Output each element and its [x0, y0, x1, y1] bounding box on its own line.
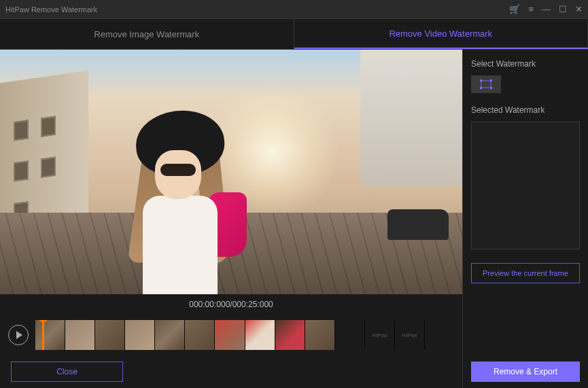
timeline-thumb [425, 320, 454, 350]
menu-icon[interactable]: ≡ [528, 4, 534, 14]
selection-tool-button[interactable] [471, 75, 501, 93]
timeline-thumb: HitPaw [365, 320, 394, 350]
timeline-thumb [95, 320, 124, 350]
svg-rect-0 [481, 81, 491, 88]
video-panel: 000:00:000 / 000:25:000 HitPaw HitPa [0, 50, 463, 388]
timeline[interactable]: HitPaw HitPaw [35, 320, 454, 350]
bottom-button-row: Close [0, 355, 462, 388]
time-display: 000:00:000 / 000:25:000 [0, 294, 462, 315]
timeline-thumb [215, 320, 244, 350]
close-button[interactable]: Close [11, 361, 123, 382]
play-button[interactable] [8, 325, 29, 345]
selection-rect-icon [480, 80, 492, 89]
playhead[interactable] [42, 320, 44, 350]
maximize-icon[interactable]: ☐ [559, 4, 567, 14]
minimize-icon[interactable]: — [542, 4, 551, 14]
tab-video-watermark[interactable]: Remove Video Watermark [294, 19, 589, 49]
timeline-thumb [245, 320, 275, 350]
preview-frame-button[interactable]: Preview the current frame [471, 263, 580, 283]
remove-export-button[interactable]: Remove & Export [471, 361, 580, 382]
select-watermark-label: Select Watermark [471, 59, 580, 69]
timeline-thumb [155, 320, 184, 350]
cart-icon[interactable]: 🛒 [509, 4, 520, 14]
main-content: 000:00:000 / 000:25:000 HitPaw HitPa [0, 50, 588, 388]
total-time: 000:25:000 [232, 300, 273, 309]
play-icon [16, 331, 22, 339]
selected-watermark-list [471, 122, 580, 249]
timeline-thumb [65, 320, 94, 350]
timeline-thumb [305, 320, 334, 350]
main-tabs: Remove Image Watermark Remove Video Wate… [0, 19, 588, 50]
export-row: Remove & Export [463, 355, 588, 388]
timeline-thumb: HitPaw [395, 320, 424, 350]
video-preview[interactable] [0, 50, 462, 294]
timeline-thumb [335, 320, 364, 350]
svg-rect-2 [490, 80, 492, 82]
selected-watermark-label: Selected Watermark [471, 105, 580, 115]
right-panel: Select Watermark Selected Watermark Prev… [463, 50, 588, 347]
tab-image-watermark[interactable]: Remove Image Watermark [0, 19, 294, 49]
timeline-thumb [275, 320, 305, 350]
titlebar: HitPaw Remove Watermark 🛒 ≡ — ☐ ✕ [0, 0, 588, 19]
timeline-thumb [185, 320, 214, 350]
current-time: 000:00:000 [189, 300, 230, 309]
close-icon[interactable]: ✕ [575, 4, 583, 14]
svg-rect-3 [480, 87, 482, 89]
app-title: HitPaw Remove Watermark [5, 5, 97, 14]
timeline-thumb [125, 320, 154, 350]
timeline-area: HitPaw HitPaw [0, 315, 462, 355]
svg-rect-1 [480, 80, 482, 82]
window-controls: 🛒 ≡ — ☐ ✕ [509, 4, 583, 14]
timeline-thumb [35, 320, 65, 350]
svg-rect-4 [490, 87, 492, 89]
